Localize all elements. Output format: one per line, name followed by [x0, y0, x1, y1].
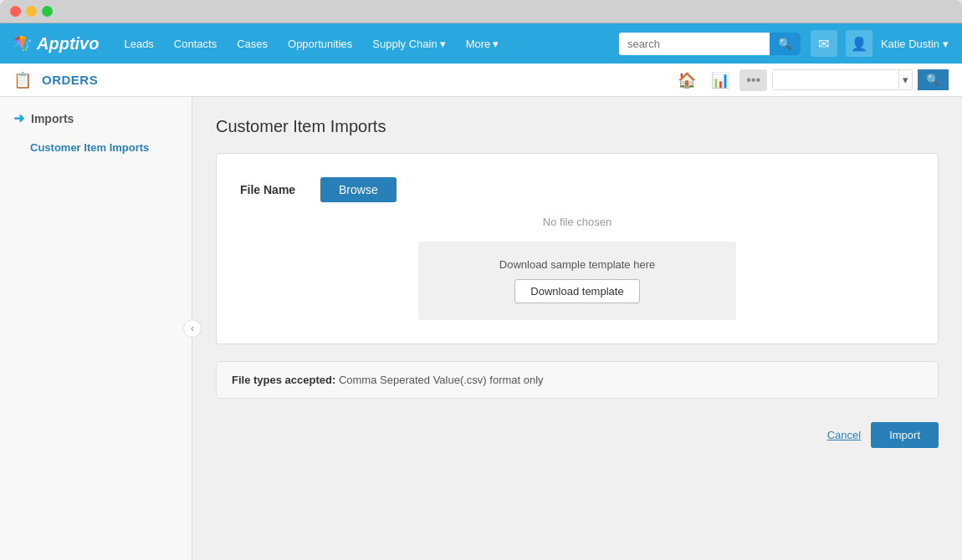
dots-icon: [746, 73, 760, 87]
browse-button[interactable]: Browse: [320, 177, 397, 202]
sidebar-section-title: ➜ Imports: [13, 110, 178, 126]
nav-link-leads[interactable]: Leads: [115, 33, 161, 55]
nav-link-opportunities[interactable]: Opportunities: [279, 33, 361, 55]
sub-search-dropdown-button[interactable]: ▾: [898, 70, 912, 89]
mail-icon-button[interactable]: ✉: [811, 30, 837, 57]
main-content: Customer Item Imports File Name Browse N…: [192, 97, 962, 560]
close-button[interactable]: [10, 6, 21, 17]
sub-search-icon: 🔍: [926, 74, 940, 86]
import-button[interactable]: Import: [871, 422, 939, 448]
file-types-text: File types accepted: Comma Seperated Val…: [232, 374, 544, 386]
search-button[interactable]: 🔍: [770, 33, 801, 55]
nav-link-contacts[interactable]: Contacts: [166, 33, 225, 55]
collapse-icon: ‹: [191, 323, 194, 334]
top-nav: 🪁 Apptivo Leads Contacts Cases Opportuni…: [0, 23, 962, 64]
home-icon: 🏠: [678, 72, 696, 89]
logo[interactable]: 🪁 Apptivo: [13, 34, 99, 53]
sub-search-dropdown-icon: ▾: [903, 74, 908, 86]
footer-actions: Cancel Import: [216, 419, 939, 451]
maximize-button[interactable]: [42, 6, 53, 17]
sidebar-item-customer-item-imports[interactable]: Customer Item Imports: [13, 136, 178, 159]
sub-search: ▾: [772, 69, 913, 90]
no-file-text: No file chosen: [240, 216, 914, 228]
logo-icon: 🪁: [13, 34, 32, 53]
nav-link-supply-chain[interactable]: Supply Chain ▾: [364, 33, 453, 55]
nav-icons: ✉ 👤 Katie Dustin ▾: [811, 30, 949, 57]
upload-card: File Name Browse No file chosen Download…: [216, 153, 939, 344]
file-types-label: File types accepted:: [232, 374, 335, 386]
user-chevron-icon: ▾: [943, 38, 949, 50]
sub-search-input[interactable]: [773, 70, 898, 89]
download-template-button[interactable]: Download template: [514, 279, 639, 303]
search-bar: 🔍: [619, 33, 801, 55]
nav-links: Leads Contacts Cases Opportunities Suppl…: [115, 33, 618, 55]
template-description: Download sample template here: [435, 258, 719, 271]
sub-search-button[interactable]: 🔍: [918, 69, 949, 90]
home-icon-button[interactable]: 🏠: [673, 68, 701, 93]
logo-text: Apptivo: [37, 34, 99, 53]
search-icon: 🔍: [778, 38, 792, 50]
chart-icon: 📊: [711, 72, 729, 89]
user-name: Katie Dustin: [881, 38, 939, 50]
file-row: File Name Browse: [240, 177, 914, 202]
file-name-label: File Name: [240, 183, 307, 196]
mail-icon: ✉: [818, 36, 829, 52]
person-icon: 👤: [851, 36, 867, 52]
cancel-button[interactable]: Cancel: [827, 429, 861, 441]
orders-title: ORDERS: [42, 73, 663, 87]
nav-link-cases[interactable]: Cases: [228, 33, 276, 55]
window-chrome: [0, 0, 962, 23]
more-chevron-icon: ▾: [493, 38, 499, 50]
page-title: Customer Item Imports: [216, 117, 939, 136]
template-box: Download sample template here Download t…: [418, 242, 736, 320]
minimize-button[interactable]: [26, 6, 37, 17]
file-types-value: Comma Seperated Value(.csv) format only: [339, 374, 544, 386]
supply-chain-chevron-icon: ▾: [440, 38, 446, 50]
window-buttons: [10, 6, 53, 17]
sidebar-arrow-icon: ➜: [13, 110, 24, 126]
search-input[interactable]: [619, 33, 770, 54]
nav-link-more[interactable]: More ▾: [458, 33, 508, 55]
sidebar-section-label: Imports: [31, 112, 74, 125]
chart-icon-button[interactable]: 📊: [706, 68, 734, 93]
person-icon-button[interactable]: 👤: [846, 30, 872, 57]
user-area[interactable]: Katie Dustin ▾: [881, 38, 949, 50]
file-types-notice: File types accepted: Comma Seperated Val…: [216, 361, 939, 399]
sidebar-imports-section: ➜ Imports Customer Item Imports: [0, 110, 192, 169]
dots-menu-button[interactable]: [739, 69, 767, 91]
sub-nav: 📋 ORDERS 🏠 📊 ▾ 🔍: [0, 64, 962, 97]
sidebar: ➜ Imports Customer Item Imports ‹: [0, 97, 192, 560]
sub-nav-actions: 🏠 📊 ▾ 🔍: [673, 68, 949, 93]
main-layout: ➜ Imports Customer Item Imports ‹ Custom…: [0, 97, 962, 560]
orders-icon: 📋: [13, 71, 32, 89]
sidebar-collapse-button[interactable]: ‹: [183, 319, 202, 338]
